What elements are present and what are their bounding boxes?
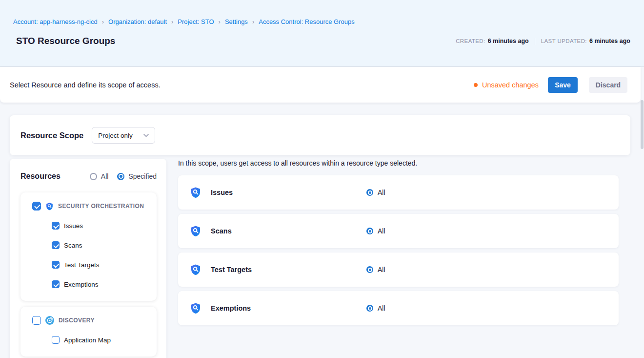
breadcrumb-item[interactable]: Access Control: Resource Groups bbox=[259, 18, 355, 25]
resource-group-header: DISCOVERY bbox=[32, 315, 150, 326]
access-all-label: All bbox=[378, 227, 385, 235]
scope-description: In this scope, users get access to all r… bbox=[178, 159, 619, 167]
resource-access-column: In this scope, users get access to all r… bbox=[178, 159, 630, 330]
item-checkbox[interactable] bbox=[52, 261, 60, 269]
resource-row: IssuesAll bbox=[178, 175, 619, 210]
access-all-radio-group[interactable]: All bbox=[366, 227, 385, 235]
breadcrumb-item[interactable]: Organization: default bbox=[108, 18, 167, 25]
resource-checkbox-item[interactable]: Issues bbox=[52, 216, 150, 235]
resource-checkbox-item[interactable]: Scans bbox=[52, 235, 150, 255]
access-all-radio-group[interactable]: All bbox=[366, 266, 385, 274]
shield-search-icon bbox=[190, 187, 201, 198]
resource-checkbox-item[interactable]: Exemptions bbox=[52, 274, 150, 294]
radio-all-icon[interactable] bbox=[90, 173, 97, 180]
resource-row-label: Exemptions bbox=[211, 304, 366, 312]
group-title: DISCOVERY bbox=[59, 317, 95, 324]
discard-button[interactable]: Discard bbox=[589, 77, 627, 93]
resource-row-label: Scans bbox=[211, 227, 366, 235]
vertical-scrollbar[interactable] bbox=[641, 100, 644, 149]
item-label: Application Map bbox=[64, 337, 111, 344]
breadcrumb-separator-icon: › bbox=[102, 18, 104, 25]
item-label: Exemptions bbox=[64, 281, 99, 288]
resource-group-header: SECURITY ORCHESTRATION bbox=[32, 200, 150, 212]
toolbar-description: Select Resource and define its scope of … bbox=[10, 81, 161, 89]
item-checkbox[interactable] bbox=[52, 280, 60, 288]
access-all-label: All bbox=[378, 304, 385, 312]
radio-all-label: All bbox=[101, 172, 109, 180]
page-title: STO Resource Groups bbox=[16, 36, 115, 46]
unsaved-changes-label: Unsaved changes bbox=[482, 81, 539, 89]
access-all-radio-group[interactable]: All bbox=[366, 304, 385, 312]
breadcrumb: Account: app-harness-ng-cicd›Organizatio… bbox=[13, 0, 630, 25]
radio-option-specified[interactable]: Specified bbox=[117, 172, 157, 180]
resource-row: Test TargetsAll bbox=[178, 253, 619, 287]
unsaved-dot-icon bbox=[474, 83, 478, 87]
shield-search-icon bbox=[45, 202, 54, 211]
action-toolbar: Select Resource and define its scope of … bbox=[0, 67, 641, 103]
unsaved-changes-indicator: Unsaved changes bbox=[474, 81, 539, 89]
resources-title: Resources bbox=[20, 172, 60, 181]
access-all-label: All bbox=[378, 266, 385, 274]
main-content: Resource Scope Project only Resources Al… bbox=[0, 103, 644, 358]
resources-mode-radios: All Specified bbox=[90, 172, 157, 180]
resource-row-label: Issues bbox=[211, 189, 366, 196]
breadcrumb-item[interactable]: Account: app-harness-ng-cicd bbox=[13, 18, 98, 25]
shield-search-icon bbox=[190, 225, 201, 237]
access-all-label: All bbox=[378, 189, 385, 196]
access-all-radio-group[interactable]: All bbox=[366, 189, 385, 196]
resource-scope-card: Resource Scope Project only bbox=[10, 115, 630, 155]
breadcrumb-item[interactable]: Settings bbox=[225, 18, 248, 25]
group-checkbox[interactable] bbox=[32, 202, 41, 211]
resource-group-card: SECURITY ORCHESTRATIONIssuesScansTest Ta… bbox=[20, 192, 157, 301]
last-updated-label: LAST UPDATED: bbox=[541, 38, 587, 44]
access-all-radio-icon[interactable] bbox=[366, 305, 373, 312]
shield-search-icon bbox=[190, 264, 201, 275]
access-all-radio-icon[interactable] bbox=[366, 266, 373, 273]
item-label: Test Targets bbox=[64, 261, 100, 269]
page-header: Account: app-harness-ng-cicd›Organizatio… bbox=[0, 0, 644, 67]
resource-scope-selected-value: Project only bbox=[98, 132, 133, 139]
resources-panel: Resources All Specified SECURITY ORCHEST… bbox=[10, 159, 166, 358]
group-title: SECURITY ORCHESTRATION bbox=[58, 203, 144, 210]
item-checkbox[interactable] bbox=[52, 336, 60, 344]
group-items-list: Application Map bbox=[52, 330, 150, 350]
item-label: Issues bbox=[64, 222, 83, 230]
resource-checkbox-item[interactable]: Application Map bbox=[52, 330, 150, 350]
resource-row: ExemptionsAll bbox=[178, 291, 619, 325]
access-all-radio-icon[interactable] bbox=[366, 228, 373, 234]
breadcrumb-separator-icon: › bbox=[219, 18, 221, 25]
radio-specified-icon[interactable] bbox=[117, 173, 124, 180]
save-button[interactable]: Save bbox=[548, 77, 578, 93]
item-checkbox[interactable] bbox=[52, 222, 60, 230]
shield-search-icon bbox=[190, 302, 201, 314]
resource-scope-select[interactable]: Project only bbox=[92, 127, 155, 144]
item-label: Scans bbox=[64, 242, 82, 249]
resource-checkbox-item[interactable]: Test Targets bbox=[52, 255, 150, 274]
resource-row: ScansAll bbox=[178, 214, 619, 248]
meta-info: CREATED: 6 minutes ago LAST UPDATED: 6 m… bbox=[456, 38, 630, 45]
meta-divider bbox=[535, 38, 535, 45]
created-label: CREATED: bbox=[456, 38, 485, 44]
last-updated-value: 6 minutes ago bbox=[589, 38, 630, 44]
chevron-down-icon bbox=[143, 134, 149, 137]
breadcrumb-separator-icon: › bbox=[171, 18, 173, 25]
radar-icon bbox=[45, 316, 54, 325]
created-value: 6 minutes ago bbox=[488, 38, 529, 44]
item-checkbox[interactable] bbox=[52, 241, 60, 249]
resource-row-label: Test Targets bbox=[211, 266, 366, 274]
breadcrumb-separator-icon: › bbox=[252, 18, 254, 25]
radio-specified-label: Specified bbox=[128, 172, 157, 180]
resource-group-card: DISCOVERYApplication Map bbox=[20, 307, 157, 357]
resource-scope-label: Resource Scope bbox=[20, 131, 83, 140]
breadcrumb-item[interactable]: Project: STO bbox=[178, 18, 214, 25]
access-all-radio-icon[interactable] bbox=[366, 189, 373, 196]
radio-option-all[interactable]: All bbox=[90, 172, 109, 180]
group-items-list: IssuesScansTest TargetsExemptions bbox=[52, 216, 150, 294]
group-checkbox[interactable] bbox=[32, 316, 41, 325]
